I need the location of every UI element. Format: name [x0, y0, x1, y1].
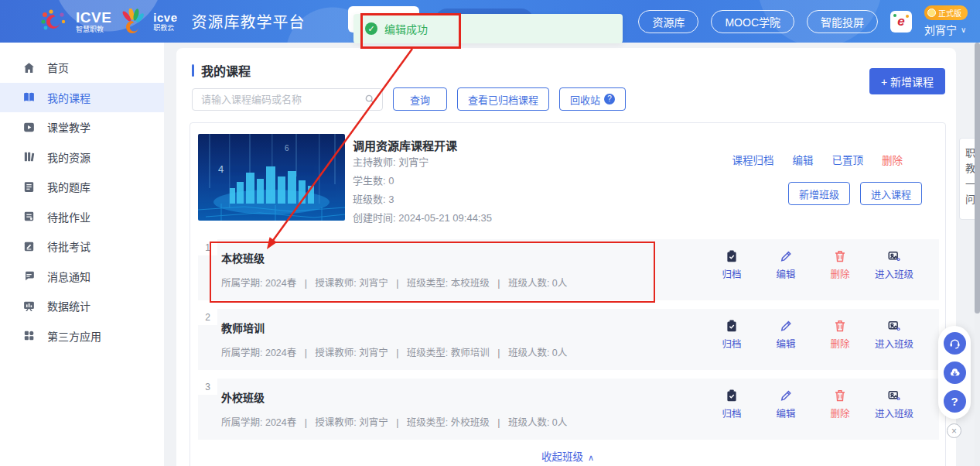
class-meta: 所属学期: 2024春 | 授课教师: 刘宵宁 | 班级类型: 本校班级 | 班…	[221, 275, 567, 290]
course-card: 4 6 调用资源库课程开课 主持教师: 刘宵宁 学生数: 0 班级数: 3 创建…	[190, 122, 946, 466]
sidebar-item-pending-homework[interactable]: 待批作业	[0, 202, 164, 232]
add-course-button[interactable]: + 新增课程	[869, 68, 945, 94]
help-icon[interactable]: ?	[944, 390, 966, 413]
sidebar-item-third-party-apps[interactable]: 第三方应用	[0, 321, 164, 351]
pending-exam-icon	[22, 240, 36, 253]
action-label: 归档	[722, 336, 741, 351]
class-row-local: 1 本校班级 所属学期: 2024春 | 授课教师: 刘宵宁 | 班级类型: 本…	[198, 239, 939, 300]
nav-mooc-college-button[interactable]: MOOC学院	[711, 10, 794, 33]
title-accent-bar	[192, 64, 194, 77]
delete-icon	[833, 249, 847, 263]
classroom-teaching-icon	[22, 121, 36, 134]
sidebar-item-classroom-teaching[interactable]: 课堂教学	[0, 112, 164, 142]
sidebar-item-label: 第三方应用	[47, 328, 101, 344]
page-title-text: 我的课程	[201, 61, 251, 80]
sidebar-item-home[interactable]: 首页	[0, 53, 164, 83]
course-link-row: 课程归档 编辑 已置顶 删除	[732, 152, 903, 167]
archive-icon	[725, 319, 739, 333]
logo-primary-sub: 智慧职教	[76, 26, 111, 33]
action-label: 进入班级	[875, 336, 913, 351]
edit-class-action[interactable]: 编辑	[761, 319, 811, 351]
sidebar-item-label: 首页	[47, 60, 69, 75]
action-label: 删除	[830, 406, 849, 420]
screen: ICVE 智慧职教 icve 职教云 资源库教学平台 资源库 MOOC学院 智能…	[0, 0, 980, 466]
sidebar-item-label: 待批考试	[47, 238, 90, 254]
enter-course-button[interactable]: 进入课程	[860, 182, 922, 205]
delete-icon	[833, 389, 847, 403]
class-name: 本校班级	[221, 250, 265, 266]
collapse-classes-link[interactable]: 收起班级∧	[190, 448, 945, 464]
my-courses-icon	[22, 91, 36, 104]
statistics-icon	[22, 300, 36, 313]
course-delete-link[interactable]: 删除	[882, 152, 903, 167]
delete-class-action[interactable]: 删除	[815, 249, 865, 281]
course-button-row: 新增班级 进入课程	[788, 182, 922, 205]
course-edit-link[interactable]: 编辑	[793, 152, 814, 167]
delete-class-action[interactable]: 删除	[815, 319, 865, 351]
page-scrollbar[interactable]	[975, 43, 980, 466]
archive-class-action[interactable]: 归档	[707, 319, 756, 351]
class-name: 教师培训	[221, 320, 265, 335]
help-circle-icon: ?	[604, 94, 615, 105]
course-archive-link[interactable]: 课程归档	[732, 152, 774, 167]
collapse-label: 收起班级	[541, 451, 583, 463]
chevron-down-icon: ∨	[961, 26, 966, 34]
course-pinned-link[interactable]: 已置顶	[832, 152, 864, 167]
page-title: 我的课程	[192, 61, 251, 80]
sidebar-item-label: 待批作业	[47, 209, 90, 224]
toast-message: 编辑成功	[384, 21, 428, 36]
delete-class-action[interactable]: 删除	[815, 389, 865, 420]
action-label: 归档	[722, 266, 741, 281]
sidebar-item-my-resources[interactable]: 我的资源	[0, 142, 164, 173]
class-actions: 归档 编辑 删除 进入班级	[702, 389, 919, 420]
icve-logo-text: ICVE 智慧职教	[76, 10, 111, 33]
scrollbar-thumb[interactable]	[975, 43, 980, 314]
archive-class-action[interactable]: 归档	[707, 389, 756, 420]
add-class-button[interactable]: 新增班级	[788, 182, 850, 205]
user-menu[interactable]: 刘宵宁 ∨	[924, 22, 966, 37]
edit-icon	[779, 319, 793, 333]
pending-homework-icon	[22, 210, 36, 223]
action-label: 编辑	[776, 406, 795, 420]
check-circle-icon: ✓	[365, 22, 377, 35]
query-button[interactable]: 查询	[393, 87, 447, 111]
action-label: 归档	[722, 406, 741, 420]
action-label: 编辑	[776, 336, 795, 351]
enter-class-action[interactable]: 进入班级	[869, 249, 919, 281]
sidebar-item-label: 数据统计	[47, 298, 90, 314]
svg-text:4: 4	[218, 163, 224, 175]
svg-text:6: 6	[285, 144, 289, 152]
row-index: 1	[198, 239, 217, 255]
edit-class-action[interactable]: 编辑	[761, 249, 811, 281]
course-search-input[interactable]	[192, 88, 383, 111]
sidebar-item-messages[interactable]: 消息通知	[0, 262, 164, 292]
customer-service-icon[interactable]	[944, 332, 966, 355]
nav-smart-cast-button[interactable]: 智能投屏	[807, 10, 878, 33]
row-index: 3	[198, 379, 217, 395]
icve-flower-logo-icon	[39, 7, 68, 36]
edit-icon	[779, 389, 793, 403]
close-widget-icon[interactable]: ×	[947, 423, 961, 438]
sidebar-item-my-courses[interactable]: 我的课程	[0, 83, 164, 113]
edit-icon	[779, 249, 793, 263]
sidebar-item-label: 我的课程	[47, 90, 90, 105]
class-row-teacher-training: 2 教师培训 所属学期: 2024春 | 授课教师: 刘宵宁 | 班级类型: 教…	[198, 309, 939, 370]
archive-class-action[interactable]: 归档	[707, 249, 756, 281]
download-icon[interactable]	[944, 361, 966, 384]
action-label: 删除	[830, 266, 849, 281]
nav-resource-library-button[interactable]: 资源库	[638, 10, 698, 33]
enter-class-action[interactable]: 进入班级	[869, 319, 919, 351]
medal-icon	[927, 9, 936, 17]
app-launcher-icon[interactable]: e	[890, 11, 912, 33]
edit-class-action[interactable]: 编辑	[761, 389, 811, 420]
sidebar-item-statistics[interactable]: 数据统计	[0, 291, 164, 321]
sidebar-item-question-bank[interactable]: 我的题库	[0, 172, 164, 202]
recycle-bin-label: 回收站	[570, 92, 600, 107]
view-archived-courses-button[interactable]: 查看已归档课程	[457, 87, 549, 111]
action-label: 进入班级	[875, 406, 913, 420]
sidebar-item-pending-exam[interactable]: 待批考试	[0, 231, 164, 262]
logo-secondary-sub: 职教云	[153, 25, 177, 32]
course-created-time: 创建时间: 2024-05-21 09:44:35	[353, 213, 492, 224]
recycle-bin-button[interactable]: 回收站 ?	[559, 87, 626, 111]
enter-class-action[interactable]: 进入班级	[869, 389, 919, 420]
